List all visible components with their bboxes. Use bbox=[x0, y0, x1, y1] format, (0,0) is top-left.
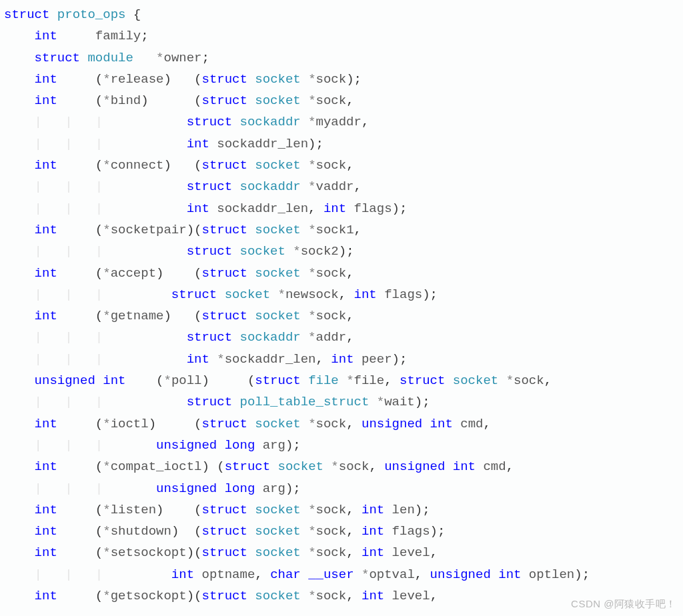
kw-int: int bbox=[498, 567, 521, 582]
field-getname: getname bbox=[111, 309, 164, 323]
indent-guide: | | | bbox=[35, 330, 126, 345]
param-sock: sock bbox=[514, 373, 544, 388]
line: | | | int optname, char __user *optval, … bbox=[4, 567, 590, 582]
line: int (*setsockopt)(struct socket *sock, i… bbox=[4, 545, 438, 560]
line: int (*ioctl) (struct socket *sock, unsig… bbox=[4, 417, 491, 431]
type-socket: socket bbox=[255, 72, 300, 87]
type-sockaddr: sockaddr bbox=[239, 330, 300, 345]
line: unsigned int (*poll) (struct file *file,… bbox=[4, 373, 552, 388]
type-proto_ops: proto_ops bbox=[57, 7, 126, 22]
param-sock: sock bbox=[316, 417, 347, 431]
line: | | | unsigned long arg); bbox=[4, 438, 301, 453]
type-file: file bbox=[308, 373, 339, 388]
kw-char: char bbox=[270, 567, 301, 582]
param-file: file bbox=[354, 373, 385, 388]
field-socketpair: socketpair bbox=[111, 223, 187, 237]
kw-int: int bbox=[362, 503, 384, 517]
indent-guide: | | | bbox=[35, 137, 126, 151]
param-sock: sock bbox=[316, 545, 347, 560]
line: | | | unsigned long arg); bbox=[4, 481, 301, 496]
kw-int: int bbox=[35, 223, 57, 237]
kw-struct: struct bbox=[187, 330, 232, 345]
kw-struct: struct bbox=[171, 287, 217, 302]
watermark: CSDN @阿猿收手吧！ bbox=[571, 595, 676, 613]
kw-int: int bbox=[35, 158, 57, 173]
kw-struct: struct bbox=[202, 158, 247, 173]
kw-struct: struct bbox=[201, 524, 247, 539]
type-sockaddr: sockaddr bbox=[239, 179, 300, 194]
param-sock: sock bbox=[316, 93, 347, 108]
field-connect: connect bbox=[111, 158, 164, 173]
kw-int: int bbox=[35, 589, 57, 603]
type-socket: socket bbox=[239, 244, 285, 259]
line: int (*release) (struct socket *sock); bbox=[4, 72, 362, 87]
param-sock: sock bbox=[316, 309, 347, 323]
param-len: len bbox=[392, 503, 415, 517]
field-family: family bbox=[95, 29, 141, 43]
line: | | | struct poll_table_struct *wait); bbox=[4, 395, 430, 409]
kw-int: int bbox=[187, 137, 209, 151]
indent-guide: | | | bbox=[35, 481, 126, 496]
kw-int: int bbox=[171, 567, 194, 582]
kw-int: int bbox=[35, 524, 57, 539]
kw-int: int bbox=[430, 417, 453, 431]
kw-struct: struct bbox=[187, 244, 232, 259]
type-module: module bbox=[87, 51, 133, 65]
kw-struct: struct bbox=[225, 459, 270, 474]
kw-long: long bbox=[225, 438, 255, 453]
field-release: release bbox=[111, 72, 164, 87]
kw-int: int bbox=[331, 352, 354, 367]
kw-int: int bbox=[362, 524, 384, 539]
kw-struct: struct bbox=[255, 373, 300, 388]
line: int family; bbox=[4, 29, 149, 43]
type-socket: socket bbox=[255, 158, 300, 173]
param-level: level bbox=[392, 545, 430, 560]
indent-guide: | | | bbox=[35, 567, 126, 582]
param-optval: optval bbox=[369, 567, 414, 582]
indent-guide: | | | bbox=[35, 352, 126, 367]
kw-user: __user bbox=[308, 567, 354, 582]
indent-guide: | | | bbox=[35, 179, 126, 194]
kw-struct: struct bbox=[202, 266, 247, 281]
param-addr: addr bbox=[316, 330, 347, 345]
line: int (*bind) (struct socket *sock, bbox=[4, 93, 354, 108]
indent-guide: | | | bbox=[35, 115, 126, 129]
field-poll: poll bbox=[171, 373, 202, 388]
kw-int: int bbox=[35, 72, 57, 87]
type-poll_table_struct: poll_table_struct bbox=[239, 395, 369, 409]
indent-guide: | | | bbox=[35, 287, 126, 302]
line: int (*compat_ioctl) (struct socket *sock… bbox=[4, 459, 514, 474]
param-sock2: sock2 bbox=[301, 244, 339, 259]
param-sockaddr_len: sockaddr_len bbox=[217, 137, 308, 151]
line: struct proto_ops { bbox=[4, 7, 141, 22]
line: | | | int *sockaddr_len, int peer); bbox=[4, 352, 407, 367]
kw-unsigned: unsigned bbox=[362, 417, 422, 431]
line: int (*connect) (struct socket *sock, bbox=[4, 158, 354, 173]
kw-unsigned: unsigned bbox=[156, 438, 217, 453]
kw-int: int bbox=[35, 29, 57, 43]
type-socket: socket bbox=[278, 459, 323, 474]
kw-int: int bbox=[103, 373, 125, 388]
code-block: struct proto_ops { int family; struct mo… bbox=[0, 0, 683, 607]
param-flags: flags bbox=[354, 201, 392, 216]
param-sock: sock bbox=[316, 589, 347, 603]
kw-int: int bbox=[453, 459, 476, 474]
kw-unsigned: unsigned bbox=[430, 567, 491, 582]
kw-struct: struct bbox=[187, 395, 232, 409]
field-owner: owner bbox=[163, 51, 201, 65]
kw-struct: struct bbox=[201, 93, 247, 108]
param-sock: sock bbox=[316, 158, 347, 173]
type-socket: socket bbox=[255, 503, 300, 517]
type-socket: socket bbox=[453, 373, 498, 388]
kw-int: int bbox=[35, 309, 57, 323]
kw-struct: struct bbox=[202, 309, 247, 323]
param-flags: flags bbox=[392, 524, 430, 539]
param-sock1: sock1 bbox=[316, 223, 354, 237]
kw-struct: struct bbox=[187, 179, 232, 194]
type-socket: socket bbox=[255, 93, 300, 108]
param-arg: arg bbox=[263, 438, 285, 453]
param-sockaddr_len: sockaddr_len bbox=[217, 201, 308, 216]
field-bind: bind bbox=[111, 93, 141, 108]
kw-int: int bbox=[35, 459, 57, 474]
kw-struct: struct bbox=[4, 7, 49, 22]
